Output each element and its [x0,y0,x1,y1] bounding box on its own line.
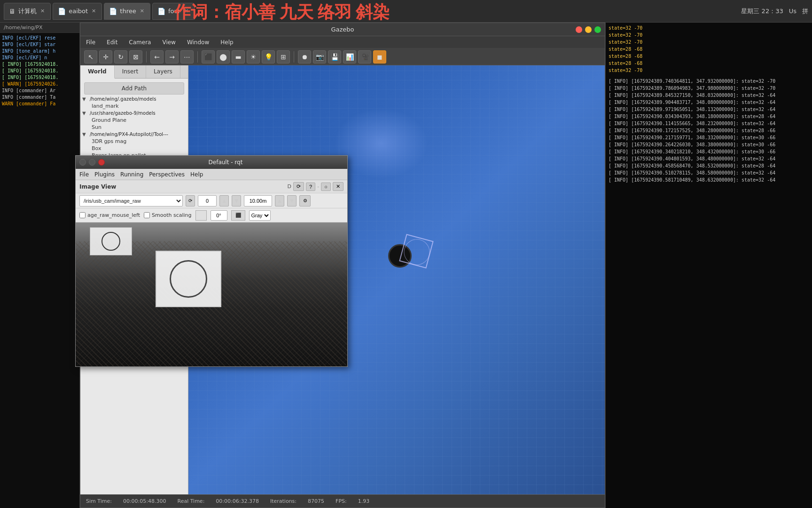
rqt-menu-file[interactable]: File [79,171,89,178]
iterations-label: Iterations: [270,498,297,504]
toolbar-sphere-btn[interactable]: ⬤ [217,50,230,64]
toolbar-chart-btn[interactable]: 📊 [343,50,356,64]
value-up-btn[interactable]: ▲ [219,195,229,206]
tab-eaibot-close[interactable]: ✕ [91,8,97,14]
right-terminal[interactable]: state=32 -70 state=32 -70 state=32 -70 s… [606,23,812,508]
tree-children-2: Ground Plane Sun [90,117,186,131]
checkbox-smooth-label: Smooth scaling [144,212,192,218]
tree-arrow-3[interactable]: ▼ [82,132,88,137]
toolbar-grid-btn[interactable]: ⊞ [277,50,290,64]
state-line: state=32 -70 [609,39,809,46]
toolbar-video-btn[interactable]: 🎥 [358,50,371,64]
menu-view[interactable]: View [160,38,177,47]
value-input[interactable] [198,195,217,206]
rqt-restore-btn[interactable] [89,159,95,166]
toolbar-active-btn[interactable]: ◼ [373,50,386,64]
plugin-close-btn[interactable]: ✕ [333,182,344,191]
tab-eaibot[interactable]: 📄 eaibot ✕ [53,3,102,20]
gazebo-tab-world[interactable]: World [80,65,115,79]
plugin-help-btn[interactable]: ? [306,183,315,191]
gazebo-tab-layers[interactable]: Layers [146,65,180,78]
menu-window[interactable]: Window [185,38,211,47]
drone-object [388,237,426,275]
plugin-float-btn[interactable]: ○ [321,183,331,191]
rqt-menu-plugins[interactable]: Plugins [94,171,115,178]
tree-child[interactable]: land_mark [92,103,186,110]
camera-image[interactable] [76,222,347,366]
gazebo-close-btn[interactable] [576,26,582,33]
tab-computer-close[interactable]: ✕ [39,8,46,14]
rqt-menu-perspectives[interactable]: Perspectives [149,171,185,178]
tab-three[interactable]: 📄 three ✕ [104,3,150,20]
tree-item: ▼ /home/wing/.gazebo/models [82,96,186,102]
angle-input[interactable] [211,210,227,221]
topic-refresh-btn[interactable]: ⟳ [186,195,195,206]
tab-eaibot-label: eaibot [69,8,88,15]
log-line: [ INFO] [1675924018. [2,61,78,68]
toolbar-redo-btn[interactable]: → [165,50,179,64]
toolbar-scale-btn[interactable]: ⊠ [129,50,142,64]
toolbar-dots-btn[interactable]: ⋯ [180,50,194,64]
tab-four-label: four [168,8,180,15]
menu-camera[interactable]: Camera [127,38,153,47]
tab-computer-label: 计算机 [18,7,37,16]
add-path-button[interactable]: Add Path [84,82,184,95]
toolbar-record-btn[interactable]: ⏺ [298,50,311,64]
menu-edit[interactable]: Edit [105,38,119,47]
tree-arrow-1[interactable]: ▼ [82,96,88,102]
state-line: state=32 -70 [609,67,809,74]
toolbar-light-btn[interactable]: 💡 [262,50,275,64]
rqt-toolbar: /iris/usb_cam/image_raw ⟳ ▲ ▼ ▲ ▼ ⚙ [76,193,347,208]
toolbar-save-btn[interactable]: 💾 [328,50,341,64]
toolbar-box-btn[interactable]: ⬛ [202,50,215,64]
state-line: state=28 -68 [609,60,809,67]
rqt-close-btn[interactable] [98,159,105,166]
rqt-window: Default - rqt File Plugins Running Persp… [75,155,348,367]
tree-child[interactable]: 3DR gps mag [92,138,186,145]
rqt-titlebar: Default - rqt [76,156,347,169]
tab-computer[interactable]: 🖥 计算机 ✕ [4,3,51,20]
scale-input[interactable] [244,195,272,206]
gazebo-menubar: File Edit Camera View Window Help [80,36,605,48]
rqt-minimize-btn[interactable] [79,159,86,166]
gazebo-title: Gazebo [331,26,354,33]
gazebo-min-btn[interactable] [585,26,592,33]
menu-help[interactable]: Help [219,38,235,47]
rqt-toolbar2: age_raw_mouse_left Smooth scaling ⬛ Gray [76,208,347,222]
mouse-checkbox[interactable] [79,212,86,218]
value-down-btn[interactable]: ▼ [232,195,241,206]
color-select[interactable]: Gray [249,210,271,221]
real-time-label: Real Time: [178,498,205,504]
smooth-checkbox[interactable] [144,212,150,218]
checkbox-mouse-label: age_raw_mouse_left [79,212,140,218]
rqt-menu-help[interactable]: Help [190,171,203,178]
plugin-refresh-btn[interactable]: ⟳ [293,182,304,191]
rqt-image-area [76,222,347,366]
tree-arrow-2[interactable]: ▼ [82,111,88,116]
rqt-menubar: File Plugins Running Perspectives Help [76,169,347,180]
angle-spinner[interactable]: ⬛ [231,210,245,221]
toolbar-photo-btn[interactable]: 📷 [313,50,326,64]
tab-four[interactable]: 📄 four ✕ [152,3,195,20]
toolbar-select-btn[interactable]: ↖ [84,50,97,64]
toolbar-sep1 [146,51,147,63]
settings-btn[interactable]: ⚙ [299,195,311,206]
rqt-menu-running[interactable]: Running [120,171,143,178]
menu-file[interactable]: File [84,38,97,47]
tree-child[interactable]: Ground Plane [92,117,186,124]
gazebo-tab-insert[interactable]: Insert [115,65,146,78]
scale-up-btn[interactable]: ▲ [275,195,284,206]
tree-child[interactable]: Sun [92,124,186,131]
tab-three-close[interactable]: ✕ [139,8,145,14]
toolbar-translate-btn[interactable]: ✛ [99,50,112,64]
toolbar-cylinder-btn[interactable]: ▬ [232,50,245,64]
scale-down-btn[interactable]: ▼ [287,195,297,206]
topic-dropdown[interactable]: /iris/usb_cam/image_raw [79,195,183,206]
tab-four-close[interactable]: ✕ [183,8,189,14]
toolbar-undo-btn[interactable]: ← [150,50,164,64]
gazebo-max-btn[interactable] [594,26,601,33]
toolbar-rotate-btn[interactable]: ↻ [114,50,127,64]
toolbar-sun-btn[interactable]: ☀ [247,50,260,64]
terminal-content[interactable]: INFO [ecl/EKF] rese INFO [ecl/EKF] star … [0,33,79,508]
tree-child[interactable]: Box [92,145,186,152]
